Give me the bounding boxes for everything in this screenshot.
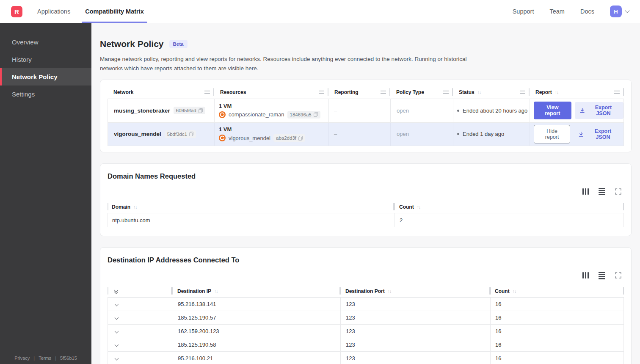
- copy-icon[interactable]: [189, 132, 193, 136]
- table-toolbar: [108, 188, 621, 196]
- nav-link-team[interactable]: Team: [549, 8, 564, 15]
- policy-type-cell: open: [391, 123, 453, 146]
- network-hash-badge[interactable]: 60959fad: [174, 107, 205, 114]
- columns-icon[interactable]: [582, 272, 589, 279]
- main-content: Network Policy Beta Manage network polic…: [91, 23, 640, 364]
- sort-icon[interactable]: [417, 204, 421, 210]
- export-json-button[interactable]: Export JSON: [575, 102, 623, 119]
- expand-all-icon[interactable]: [115, 289, 118, 293]
- vm-line: vigorous_mendel aba2dd3f: [219, 134, 305, 142]
- table-row: 185.125.190.58 123 16: [108, 338, 623, 352]
- terms-link[interactable]: Terms: [39, 356, 51, 361]
- destination-port-cell: 123: [341, 298, 491, 311]
- chevron-down-icon[interactable]: [625, 8, 629, 13]
- status-dot-icon: [457, 133, 459, 135]
- chevron-down-icon[interactable]: [115, 302, 119, 306]
- destination-ip-cell: 185.125.190.58: [172, 338, 341, 352]
- chevron-down-icon[interactable]: [115, 315, 119, 320]
- privacy-link[interactable]: Privacy: [14, 356, 30, 361]
- nav-link-docs[interactable]: Docs: [580, 8, 594, 15]
- sidebar-item-history[interactable]: History: [0, 51, 91, 68]
- hide-report-button[interactable]: Hide report: [534, 125, 570, 143]
- vm-hash-badge[interactable]: 184696a5: [287, 111, 320, 119]
- tab-compatibility-matrix[interactable]: Compatibility Matrix: [85, 0, 144, 23]
- chevron-down-icon[interactable]: [115, 342, 119, 347]
- column-menu-icon[interactable]: [319, 91, 324, 94]
- sidebar-item-network-policy[interactable]: Network Policy: [0, 68, 91, 85]
- section-title: Domain Names Requested: [108, 172, 624, 180]
- sort-icon[interactable]: [133, 204, 137, 210]
- sort-icon[interactable]: [214, 289, 218, 294]
- page-title: Network Policy: [100, 39, 164, 49]
- destination-ip-cell: 95.216.100.21: [172, 352, 341, 364]
- section-title: Destination IP Addresses Connected To: [108, 256, 624, 264]
- network-hash-badge[interactable]: 5bdf3dc1: [165, 130, 196, 138]
- sidebar-item-settings[interactable]: Settings: [0, 85, 91, 103]
- rows-icon[interactable]: [599, 272, 605, 279]
- row-expander[interactable]: [108, 352, 172, 364]
- avatar[interactable]: H: [610, 6, 622, 17]
- network-cell: musing_stonebraker 60959fad: [108, 99, 215, 123]
- columns-icon[interactable]: [582, 188, 589, 195]
- sort-icon[interactable]: [513, 289, 516, 294]
- nav-link-support[interactable]: Support: [513, 8, 534, 15]
- sidebar-item-overview[interactable]: Overview: [0, 33, 91, 51]
- rows-icon[interactable]: [599, 188, 605, 196]
- copy-icon[interactable]: [199, 108, 203, 113]
- column-label: Destination IP: [177, 288, 211, 294]
- hash-text: aba2dd3f: [276, 135, 296, 141]
- resources-count: 1 VM: [219, 103, 232, 109]
- page-description: Manage network policy, reporting and vie…: [100, 55, 474, 74]
- divider: |: [33, 356, 35, 361]
- download-icon: [578, 131, 584, 137]
- policy-type-cell: open: [391, 99, 453, 123]
- sidebar: Overview History Network Policy Settings…: [0, 23, 91, 364]
- status-cell: Ended 1 day ago: [453, 123, 530, 146]
- fullscreen-icon[interactable]: [615, 188, 621, 195]
- row-expander[interactable]: [108, 298, 172, 311]
- column-header-expander: [108, 285, 172, 297]
- top-nav: R Applications Compatibility Matrix Supp…: [0, 0, 640, 23]
- copy-icon[interactable]: [298, 136, 303, 141]
- column-label: Policy Type: [396, 89, 424, 95]
- row-expander[interactable]: [108, 338, 172, 352]
- page-header: Network Policy Beta: [100, 23, 632, 49]
- domain-cell: ntp.ubuntu.com: [108, 213, 394, 227]
- column-menu-icon[interactable]: [443, 91, 449, 94]
- row-expander[interactable]: [108, 311, 172, 325]
- networks-card: Network Resources Reporting Policy Type …: [100, 80, 632, 152]
- fullscreen-icon[interactable]: [615, 272, 621, 279]
- copy-icon[interactable]: [314, 112, 318, 117]
- count-cell: 2: [394, 213, 623, 227]
- row-expander[interactable]: [108, 325, 172, 338]
- table-row: 95.216.100.21 123 16: [108, 352, 623, 364]
- download-icon: [579, 108, 585, 113]
- column-menu-icon[interactable]: [520, 91, 525, 94]
- chevron-down-icon[interactable]: [115, 329, 119, 333]
- export-json-label: Export JSON: [587, 128, 619, 140]
- column-label: Status: [459, 89, 474, 95]
- view-report-button[interactable]: View report: [534, 102, 571, 119]
- column-menu-icon[interactable]: [614, 91, 620, 94]
- table-row: 162.159.200.123 123 16: [108, 325, 623, 338]
- destination-port-cell: 123: [341, 311, 491, 325]
- sort-icon[interactable]: [388, 289, 392, 294]
- column-header-report: Report: [530, 86, 624, 99]
- reporting-cell: –: [329, 99, 391, 123]
- domain-names-card: Domain Names Requested Domain Count ntp.…: [100, 163, 632, 237]
- table-row: 185.125.190.57 123 16: [108, 311, 623, 325]
- sort-icon[interactable]: [555, 90, 559, 95]
- export-json-button[interactable]: Export JSON: [574, 126, 623, 143]
- tab-compatibility-matrix-label: Compatibility Matrix: [85, 8, 144, 15]
- column-menu-icon[interactable]: [204, 91, 210, 94]
- chevron-down-icon[interactable]: [115, 356, 119, 360]
- column-label: Count: [399, 204, 414, 210]
- column-menu-icon[interactable]: [381, 91, 386, 94]
- tab-applications[interactable]: Applications: [37, 0, 70, 23]
- vm-hash-badge[interactable]: aba2dd3f: [273, 134, 305, 142]
- destination-ip-cell: 162.159.200.123: [172, 325, 341, 338]
- sort-icon[interactable]: [477, 90, 481, 95]
- column-header-count: Count: [394, 201, 624, 213]
- user-menu[interactable]: H: [610, 6, 629, 17]
- app-logo[interactable]: R: [11, 6, 22, 17]
